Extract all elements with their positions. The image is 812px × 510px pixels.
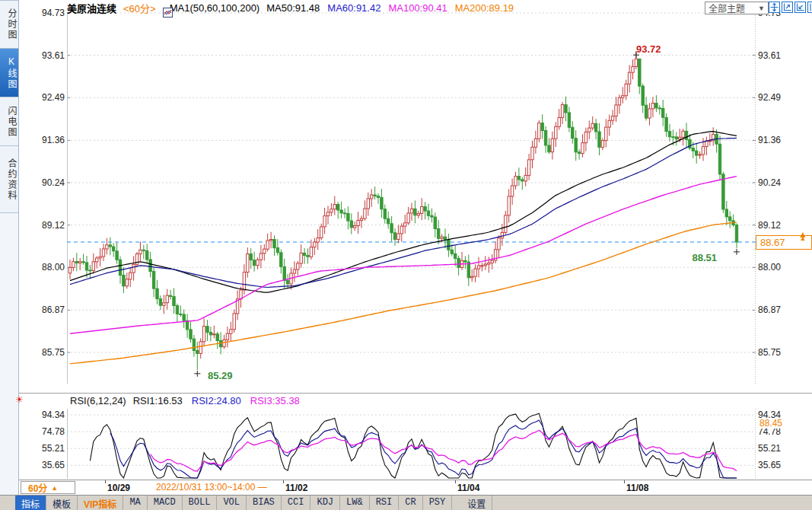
toolbar-tab-KDJ[interactable]: KDJ bbox=[310, 496, 340, 510]
toolbar-tab-VIP指标[interactable]: VIP指标 bbox=[78, 496, 123, 510]
rsi-axis-label: 35.65 bbox=[23, 460, 65, 470]
period-selector[interactable]: 60分 ▲ bbox=[21, 481, 75, 494]
toolbar-tab-CR[interactable]: CR bbox=[399, 496, 422, 510]
period-label: 60分 bbox=[28, 481, 47, 494]
caret-up-icon: ▲ bbox=[51, 484, 58, 492]
price-axis-label: 94.73 bbox=[23, 8, 65, 18]
rsi-value-label: RSI1:16.53 bbox=[133, 395, 183, 406]
rsi-settings-label: RSI(6,12,24) bbox=[70, 395, 126, 406]
low-annotation: 85.29 bbox=[208, 370, 233, 381]
price-axis-label: 89.12 bbox=[758, 220, 781, 231]
theme-selector[interactable]: 全部主题 ▼ bbox=[705, 2, 769, 14]
time-tick-label: 10/29 bbox=[107, 483, 130, 493]
ma-value-label: MA50:91.48 bbox=[266, 2, 320, 14]
ma-readout: MA50:91.48MA60:91.42MA100:90.41MA200:89.… bbox=[266, 2, 514, 14]
scale-axis-out-icon[interactable] bbox=[794, 2, 806, 13]
time-tick-label: 11/02 bbox=[285, 483, 307, 493]
time-tick bbox=[283, 480, 284, 483]
period-tag: <60分> bbox=[123, 1, 156, 15]
price-axis-label: 89.12 bbox=[23, 220, 65, 231]
toolbar-tab-LW&[interactable]: LW& bbox=[340, 496, 370, 510]
chart-tool-icons bbox=[769, 2, 812, 13]
rsi-axis-label: 55.21 bbox=[23, 443, 65, 454]
toolbar-tab-BOLL[interactable]: BOLL bbox=[183, 496, 218, 510]
rsi-readout: RSI1:16.53RSI2:24.80RSI3:35.38 bbox=[133, 395, 300, 406]
time-tick-label: 11/04 bbox=[457, 483, 479, 493]
rsi-chart[interactable] bbox=[67, 409, 756, 479]
scale-axis-in-icon[interactable] bbox=[782, 2, 793, 13]
toolbar-tab-模板[interactable]: 模板 bbox=[46, 496, 78, 510]
toolbar-tab-BIAS[interactable]: BIAS bbox=[247, 496, 282, 510]
toolbar-tab-MA[interactable]: MA bbox=[123, 496, 147, 510]
rsi-right-tag: 88.45 bbox=[758, 418, 784, 429]
sidebar-tab-闪电图[interactable]: 闪电图 bbox=[0, 97, 18, 146]
rsi-axis-label: 35.65 bbox=[758, 460, 781, 470]
sidebar-tab-分时图[interactable]: 分时图 bbox=[0, 0, 18, 49]
sidebar-tab-K线图[interactable]: K线图 bbox=[0, 49, 18, 97]
time-axis: 60分 ▲ 2022/10/31 13:00~14:00 — 10/2911/0… bbox=[19, 480, 812, 495]
price-axis-label: 92.49 bbox=[758, 92, 781, 103]
rsi-axis-label: 74.78 bbox=[23, 426, 65, 437]
sidebar-tab-合约资料[interactable]: 合约资料 bbox=[0, 146, 18, 213]
ma-value-label: MA100:90.41 bbox=[388, 2, 447, 14]
toolbar-tab-设置[interactable]: 设置 bbox=[461, 496, 492, 510]
price-axis-label: 86.87 bbox=[758, 304, 781, 315]
toolbar-tab-RSI[interactable]: RSI bbox=[370, 496, 400, 510]
price-axis-label: 85.75 bbox=[23, 347, 65, 358]
chart-type-sidebar: 分时图K线图闪电图合约资料 bbox=[0, 0, 19, 495]
move-crosshair-icon[interactable] bbox=[769, 2, 780, 13]
time-tick-label: 11/08 bbox=[626, 483, 648, 493]
price-axis-label: 86.87 bbox=[23, 304, 65, 315]
toolbar-tab-VOL[interactable]: VOL bbox=[217, 496, 247, 510]
ma-settings-label: MA1(50,60,100,200) bbox=[170, 2, 260, 14]
price-axis-label: 88.00 bbox=[23, 262, 65, 273]
toolbar-tab-CCI[interactable]: CCI bbox=[282, 496, 311, 510]
rsi-header: RSI(6,12,24) RSI1:16.53RSI2:24.80RSI3:35… bbox=[70, 395, 300, 406]
indicator-sun-icon[interactable]: ☀ bbox=[15, 394, 24, 405]
price-axis-label: 92.49 bbox=[23, 92, 65, 103]
toolbar-tab-指标[interactable]: 指标 bbox=[15, 496, 46, 510]
price-axis-label: 85.75 bbox=[758, 347, 781, 358]
price-axis-label: 93.61 bbox=[758, 50, 781, 61]
price-axis-label: 88.00 bbox=[758, 262, 781, 273]
toolbar-tab-PSY[interactable]: PSY bbox=[423, 496, 453, 510]
time-tick bbox=[455, 480, 456, 483]
rsi-value-label: RSI2:24.80 bbox=[192, 395, 241, 406]
rsi-axis-label: 94.34 bbox=[23, 410, 65, 420]
crosshair-time-info: 2022/10/31 13:00~14:00 — bbox=[156, 482, 267, 492]
ma-value-label: MA200:89.19 bbox=[455, 2, 514, 14]
pan-right-icon[interactable] bbox=[807, 2, 812, 13]
time-tick bbox=[105, 480, 106, 483]
theme-selector-label: 全部主题 bbox=[709, 2, 745, 14]
price-axis-label: 93.61 bbox=[23, 50, 65, 61]
high-annotation: 93.72 bbox=[636, 43, 661, 55]
candlestick-chart[interactable] bbox=[67, 11, 756, 386]
indicator-toolbar: 指标模板VIP指标MAMACDBOLLVOLBIASCCIKDJLW&RSICR… bbox=[0, 495, 812, 510]
rsi-value-label: RSI3:35.38 bbox=[250, 395, 300, 406]
price-axis-label: 91.36 bbox=[23, 135, 65, 145]
rsi-axis-label: 55.21 bbox=[758, 443, 781, 454]
price-axis-label: 90.24 bbox=[758, 177, 781, 188]
caret-down-icon: ▼ bbox=[758, 5, 765, 12]
price-axis-label: 90.24 bbox=[23, 177, 65, 188]
time-tick bbox=[624, 480, 625, 483]
pane-divider[interactable] bbox=[19, 393, 812, 394]
last-low-annotation: 88.51 bbox=[683, 252, 717, 263]
ma-value-label: MA60:91.42 bbox=[327, 2, 381, 14]
toolbar-tab-MACD[interactable]: MACD bbox=[148, 496, 183, 510]
chart-header: 美原油连续 <60分> MA1(50,60,100,200) MA50:91.4… bbox=[67, 0, 514, 15]
instrument-name: 美原油连续 bbox=[67, 1, 116, 15]
price-axis-label: 91.36 bbox=[758, 135, 781, 145]
price-up-arrow-icon: ▲▲ bbox=[798, 230, 807, 243]
